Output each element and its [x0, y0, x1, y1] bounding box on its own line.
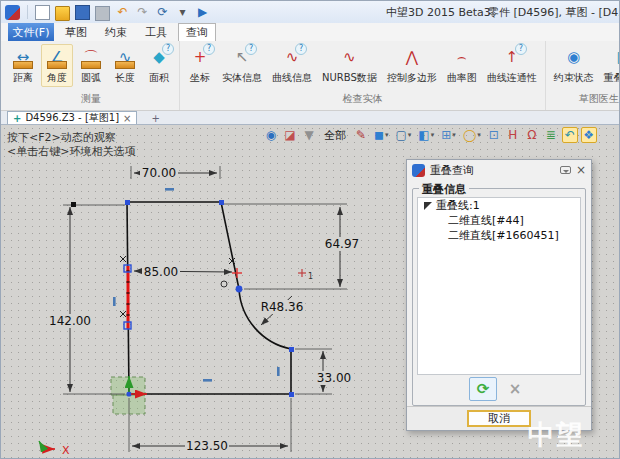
ribbon-group: +坐标↖实体信息∿曲线信息∿NURBS数据⋀控制多边形⌢曲率图↑曲线连通性检查实… — [180, 41, 546, 110]
zw3d-logo-icon — [412, 164, 425, 177]
curvature-plot-button[interactable]: ⌢曲率图 — [443, 44, 481, 87]
dim-radius[interactable]: R48.36 — [261, 300, 304, 314]
new-file-icon[interactable] — [35, 5, 50, 20]
zw3d-window: ↶↷⟳▾▶ 中望3D 2015 Beta3 零件 [D4596], 草图 - [… — [0, 0, 620, 459]
ribbon-button-label: 控制多边形 — [387, 71, 437, 85]
angle-button[interactable]: ∠角度 — [41, 44, 73, 87]
tree-root-label: 重叠线:1 — [436, 198, 480, 213]
overlap-query-button[interactable]: ▣重叠查询 — [600, 44, 620, 87]
sketch-canvas[interactable]: 按下<F2>动态的观察 <单击右键>环境相关选项 ◉◪▼全部✎◼▾▢▾◧▾⊞▾◯… — [1, 125, 620, 459]
tree-expand-icon[interactable] — [424, 202, 432, 210]
ribbon-tab-工具[interactable]: 工具 — [138, 23, 174, 41]
ribbon-group-buttons: ↔距离∠角度⌒圆弧∿长度◆面积 — [7, 44, 175, 89]
curve-info-icon: ∿ — [280, 46, 304, 70]
comment-bubble-icon[interactable] — [560, 166, 571, 174]
control-polygon-icon: ⋀ — [400, 46, 424, 70]
overlap-query-icon: ▣ — [612, 46, 620, 70]
dim-mid-width[interactable]: 85.00 — [144, 265, 178, 279]
area-button[interactable]: ◆面积 — [143, 44, 175, 87]
document-tab[interactable]: + D4596.Z3 - [草图1] × — [7, 111, 137, 124]
dim-top-width[interactable]: 70.00 — [142, 166, 176, 180]
dimension-defpoint — [71, 202, 76, 207]
ribbon-tab-草图[interactable]: 草图 — [58, 23, 94, 41]
ribbon-button-label: 重叠查询 — [604, 71, 620, 85]
constraint-status-icon: ◉ — [562, 46, 586, 70]
arc-measure-button[interactable]: ⌒圆弧 — [75, 44, 107, 87]
open-file-icon[interactable] — [55, 6, 70, 21]
area-icon: ◆ — [147, 46, 171, 70]
close-tab-icon[interactable]: × — [123, 113, 131, 124]
coordinate-button[interactable]: +坐标 — [184, 44, 216, 87]
nurbs-data-button[interactable]: ∿NURBS数据 — [318, 44, 381, 87]
curve-connectivity-icon: ↑ — [500, 46, 524, 70]
arc-measure-icon: ⌒ — [79, 46, 103, 70]
ribbon-group: ◉约束状态▣重叠查询草图医生 — [546, 41, 620, 110]
regen-icon[interactable]: ⟳ — [155, 5, 170, 20]
ribbon-button-label: 角度 — [47, 71, 67, 85]
overlap-query-panel: 重叠查询 × 重叠信息 重叠线:1 二维直线[#44]二维直线[#1660451… — [406, 159, 592, 431]
panel-action-row: ⟳ × — [413, 377, 585, 401]
ribbon-button-label: 约束状态 — [554, 71, 594, 85]
refresh-button[interactable]: ⟳ — [469, 377, 497, 401]
axis-x-label: X — [62, 444, 70, 457]
curve-info-button[interactable]: ∿曲线信息 — [268, 44, 316, 87]
tree-child-item[interactable]: 二维直线[#1660451] — [418, 228, 580, 243]
ribbon-group-label: 草图医生 — [550, 89, 620, 110]
svg-text:1: 1 — [308, 272, 313, 281]
entity-info-icon: ↖ — [230, 46, 254, 70]
save-icon[interactable] — [75, 5, 90, 20]
overlap-tree[interactable]: 重叠线:1 二维直线[#44]二维直线[#1660451] — [417, 197, 581, 375]
panel-title: 重叠查询 — [430, 163, 555, 178]
cancel-button[interactable]: 取消 — [467, 410, 531, 427]
control-polygon-button[interactable]: ⋀控制多边形 — [383, 44, 441, 87]
nurbs-data-icon: ∿ — [337, 46, 361, 70]
dim-bottom-width[interactable]: 123.50 — [186, 439, 228, 453]
file-menu-button[interactable]: 文件(F) — [8, 23, 54, 41]
length-button[interactable]: ∿长度 — [109, 44, 141, 87]
entity-info-button[interactable]: ↖实体信息 — [218, 44, 266, 87]
redo-icon[interactable]: ↷ — [135, 5, 150, 20]
tree-root-item[interactable]: 重叠线:1 — [418, 198, 580, 213]
sheet-icon: + — [13, 113, 21, 124]
dropdown-arrow-icon[interactable]: ▾ — [175, 5, 190, 20]
dim-right-height[interactable]: 64.97 — [325, 237, 359, 251]
length-icon: ∿ — [113, 46, 137, 70]
distance-button[interactable]: ↔距离 — [7, 44, 39, 87]
ribbon-button-label: 曲线信息 — [272, 71, 312, 85]
document-title: 零件 [D4596], 草图 - [D4596.Z3 — [488, 5, 620, 20]
constraint-status-button[interactable]: ◉约束状态 — [550, 44, 598, 87]
tree-child-item[interactable]: 二维直线[#44] — [418, 213, 580, 228]
sketch-geometry[interactable] — [127, 202, 291, 394]
ribbon-tab-查询[interactable]: 查询 — [178, 23, 216, 41]
app-logo-icon[interactable] — [5, 5, 20, 20]
resume-icon[interactable]: ▶ — [195, 5, 210, 20]
coordinate-icon: + — [188, 46, 212, 70]
new-tab-button[interactable]: + — [147, 113, 163, 124]
ribbon-group-buttons: ◉约束状态▣重叠查询 — [550, 44, 620, 89]
ribbon-group: ↔距离∠角度⌒圆弧∿长度◆面积测量 — [3, 41, 180, 110]
watermark: 中望3D — [528, 417, 620, 459]
panel-close-icon[interactable]: × — [576, 164, 586, 176]
ribbon-button-label: 长度 — [115, 71, 135, 85]
curve-connectivity-button[interactable]: ↑曲线连通性 — [483, 44, 541, 87]
ribbon-tabs: 草图约束工具查询 — [54, 23, 216, 41]
ribbon-button-label: 圆弧 — [81, 71, 101, 85]
dim-left-height[interactable]: 142.00 — [49, 314, 91, 328]
document-tab-bar: + D4596.Z3 - [草图1] × + — [1, 111, 620, 125]
overlap-info-group: 重叠信息 重叠线:1 二维直线[#44]二维直线[#1660451] ⟳ × — [412, 188, 586, 406]
app-title: 中望3D 2015 Beta3 — [386, 5, 491, 20]
panel-title-bar[interactable]: 重叠查询 × — [407, 160, 591, 180]
ribbon-tab-约束[interactable]: 约束 — [98, 23, 134, 41]
distance-icon: ↔ — [11, 46, 35, 70]
print-icon[interactable] — [95, 6, 110, 21]
document-tab-label: D4596.Z3 - [草图1] — [25, 111, 119, 125]
ribbon-group-label: 检查实体 — [184, 89, 541, 110]
endpoint-markers[interactable] — [124, 200, 294, 397]
delete-button[interactable]: × — [501, 377, 529, 401]
ribbon-button-label: 距离 — [13, 71, 33, 85]
ribbon-button-label: 面积 — [149, 71, 169, 85]
dim-right-small[interactable]: 33.00 — [317, 371, 351, 385]
dimension-texts: 70.00 142.00 85.00 64.97 R48.36 33.00 12… — [48, 166, 361, 453]
undo-icon[interactable]: ↶ — [115, 5, 130, 20]
ribbon-button-label: 实体信息 — [222, 71, 262, 85]
